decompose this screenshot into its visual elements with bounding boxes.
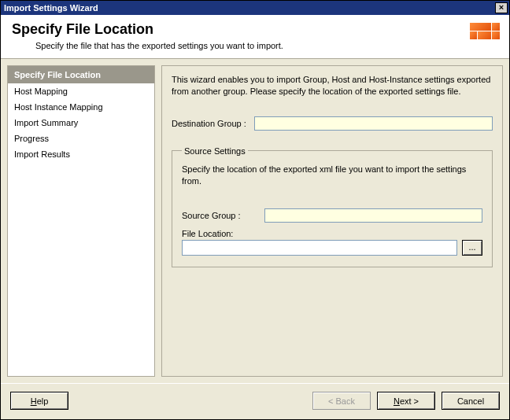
brand-logo-icon <box>470 23 500 46</box>
wizard-window: Import Settings Wizard × Specify File Lo… <box>0 0 510 420</box>
close-button[interactable]: × <box>495 2 508 13</box>
cancel-button[interactable]: Cancel <box>442 392 500 410</box>
sidebar-item-specify-file-location[interactable]: Specify File Location <box>8 66 154 83</box>
sidebar-item-host-mapping[interactable]: Host Mapping <box>8 83 154 99</box>
sidebar-item-import-results[interactable]: Import Results <box>8 146 154 162</box>
next-button[interactable]: Next > <box>377 392 435 410</box>
destination-group-label: Destination Group : <box>172 119 254 128</box>
sidebar-item-import-summary[interactable]: Import Summary <box>8 115 154 131</box>
help-button[interactable]: Help <box>10 392 68 410</box>
destination-group-field <box>254 116 493 131</box>
sidebar-item-progress[interactable]: Progress <box>8 131 154 146</box>
source-group-field <box>264 208 482 223</box>
file-location-input[interactable] <box>182 240 457 256</box>
source-settings-legend: Source Settings <box>182 146 248 156</box>
file-location-label: File Location: <box>182 229 482 238</box>
wizard-body: Specify File Location Host Mapping Host … <box>1 59 509 383</box>
back-button: < Back <box>312 392 371 410</box>
intro-text: This wizard enables you to import Group,… <box>172 74 493 98</box>
source-group-label: Source Group : <box>182 211 264 220</box>
wizard-footer: Help < Back Next > Cancel <box>1 383 509 419</box>
wizard-header: Specify File Location Specify the file t… <box>1 15 509 59</box>
page-subtitle: Specify the file that has the exported s… <box>35 41 283 50</box>
source-settings-group: Source Settings Specify the location of … <box>172 146 493 268</box>
titlebar: Import Settings Wizard × <box>1 1 509 15</box>
browse-button[interactable]: ... <box>462 240 482 256</box>
window-title: Import Settings Wizard <box>4 3 98 13</box>
page-title: Specify File Location <box>12 21 283 38</box>
source-settings-help: Specify the location of the exported xml… <box>182 164 482 187</box>
sidebar-item-host-instance-mapping[interactable]: Host Instance Mapping <box>8 99 154 115</box>
wizard-main-panel: This wizard enables you to import Group,… <box>161 65 503 377</box>
wizard-steps-sidebar: Specify File Location Host Mapping Host … <box>7 65 155 377</box>
